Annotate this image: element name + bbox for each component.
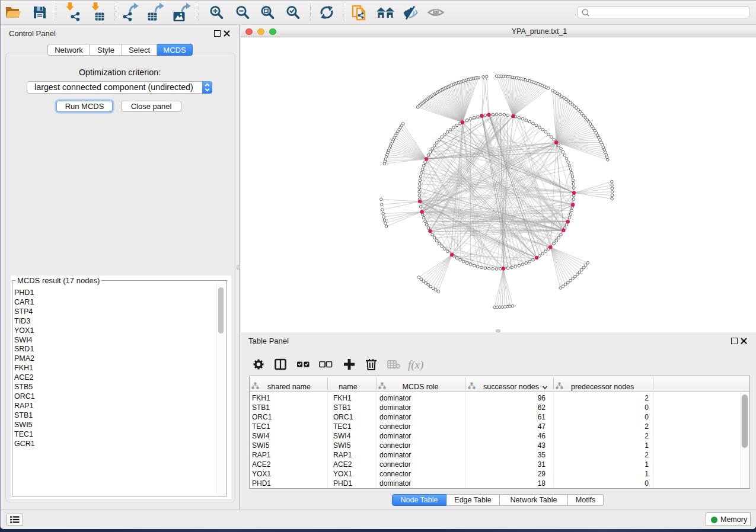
svg-text:f(x): f(x) bbox=[408, 358, 423, 371]
